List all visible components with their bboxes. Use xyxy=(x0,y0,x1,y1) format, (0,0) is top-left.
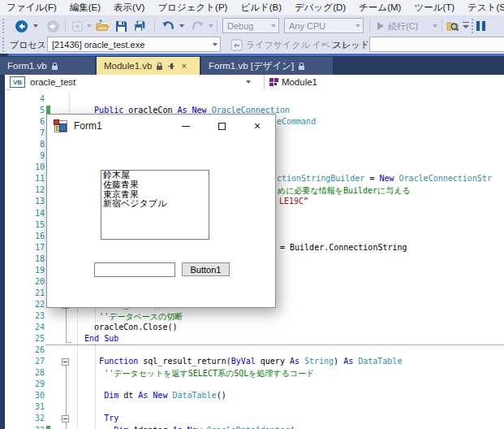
code-line-31: 31 xyxy=(11,402,504,414)
line-number: 9 xyxy=(27,151,45,160)
menu-item-3[interactable]: プロジェクト(P) xyxy=(151,0,234,15)
navigate-back-dropdown[interactable] xyxy=(32,18,40,34)
process-combo[interactable]: [21436] oracle_test.exe xyxy=(47,37,221,52)
accent-line xyxy=(8,54,504,56)
line-number: 10 xyxy=(27,162,45,171)
toolbar-grip[interactable] xyxy=(2,37,6,52)
open-file-button[interactable] xyxy=(94,18,110,34)
save-icon xyxy=(114,20,128,33)
close-button[interactable]: × xyxy=(239,115,275,137)
minimize-button[interactable] xyxy=(168,115,204,137)
code-line-30: 30 Dim dt As New DataTable() xyxy=(11,391,504,402)
thread-combo[interactable] xyxy=(369,37,504,52)
navigation-bar: VB oracle_test Module1 xyxy=(5,75,504,90)
form-icon xyxy=(54,120,67,132)
navigate-back-button[interactable] xyxy=(11,18,31,34)
new-item-dropdown[interactable] xyxy=(85,18,93,34)
code-text: ''データベースの切断 xyxy=(75,311,183,323)
line-number: 21 xyxy=(27,288,45,297)
project-dropdown-value[interactable]: oracle_test xyxy=(30,77,75,87)
navigate-back-icon xyxy=(15,20,28,33)
line-number: 14 xyxy=(27,209,45,218)
code-fragment: = Builder.ConnectionString xyxy=(280,243,407,252)
new-item-icon xyxy=(71,20,84,33)
pause-button[interactable] xyxy=(476,18,489,34)
code-line-28: 28 ''データセットを返すSELECT系のSQLを処理するコード xyxy=(11,368,504,379)
redo-dropdown[interactable] xyxy=(207,18,215,34)
code-line-23: 23 ''データベースの切断 xyxy=(11,311,504,323)
toolbar-separator xyxy=(65,20,66,32)
menu-item-8[interactable]: テスト(S) xyxy=(461,0,504,15)
toolbar-grip[interactable] xyxy=(2,19,6,33)
form1-window: Form1 × 鈴木屋佐藤青果東京青果新宿ベジタブル Button1 xyxy=(46,114,276,308)
menu-item-1[interactable]: 編集(E) xyxy=(63,0,107,15)
fold-collapse-box[interactable] xyxy=(62,358,69,366)
project-dropdown-arrow[interactable] xyxy=(246,80,251,84)
configuration-value: Debug xyxy=(223,21,268,31)
lock-icon xyxy=(52,63,58,70)
navigate-forward-button[interactable] xyxy=(43,18,62,34)
maximize-button[interactable] xyxy=(204,115,239,137)
redo-icon xyxy=(191,20,205,33)
tab-module1vb[interactable]: Module1.vb× xyxy=(97,57,200,75)
line-number: 29 xyxy=(27,379,45,388)
toolbar-overflow-icon xyxy=(463,22,470,30)
code-text: Try xyxy=(75,414,118,422)
listbox-item-1[interactable]: 佐藤青果 xyxy=(101,180,209,190)
find-in-files-button[interactable] xyxy=(445,18,461,34)
menu-item-4[interactable]: ビルド(B) xyxy=(234,0,288,15)
menu-item-2[interactable]: 表示(V) xyxy=(107,0,151,15)
menu-bar: ファイル(F)編集(E)表示(V)プロジェクト(P)ビルド(B)デバッグ(D)チ… xyxy=(0,0,504,15)
tab-form1vb[interactable]: Form1.vb [デザイン] xyxy=(201,57,333,75)
menu-item-5[interactable]: デバッグ(D) xyxy=(288,0,352,15)
form1-listbox[interactable]: 鈴木屋佐藤青果東京青果新宿ベジタブル xyxy=(101,170,209,240)
process-label: プロセス: xyxy=(10,39,49,51)
undo-button[interactable] xyxy=(159,18,177,34)
symbol-dropdown-value[interactable]: Module1 xyxy=(282,77,317,87)
line-number: 25 xyxy=(27,334,45,343)
pin-icon[interactable] xyxy=(167,63,175,70)
undo-dropdown[interactable] xyxy=(178,18,186,34)
line-number: 7 xyxy=(27,128,45,137)
line-number: 27 xyxy=(27,357,45,366)
toolbar-overflow-button[interactable] xyxy=(461,18,471,34)
form1-textbox[interactable] xyxy=(94,262,175,277)
lock-icon xyxy=(157,63,162,70)
lifecycle-events-button[interactable] xyxy=(229,37,243,53)
save-button[interactable] xyxy=(114,18,128,34)
code-fragment: eCommand xyxy=(277,117,316,126)
continue-label[interactable]: 続行(C) xyxy=(388,18,418,34)
save-all-button[interactable] xyxy=(131,18,149,34)
line-number: 11 xyxy=(27,174,45,183)
module-icon xyxy=(269,78,278,86)
code-line-24: 24 oracleCon.Close() xyxy=(11,323,504,334)
code-text: Function sql_result_return(ByVal query A… xyxy=(75,357,402,366)
menu-item-7[interactable]: ツール(T) xyxy=(407,0,461,15)
fold-collapse-box[interactable] xyxy=(62,415,69,422)
solution-platform-combo[interactable]: Any CPU xyxy=(284,18,364,33)
lifecycle-events-dropdown[interactable] xyxy=(321,43,326,46)
debug-location-bar: プロセス: [21436] oracle_test.exe ライフサイクル イベ… xyxy=(0,36,504,54)
form1-title-bar[interactable]: Form1 × xyxy=(47,115,275,137)
solution-configuration-combo[interactable]: Debug xyxy=(222,18,279,33)
tab-form1vb[interactable]: Form1.vb xyxy=(0,57,95,75)
save-all-icon xyxy=(133,20,147,33)
line-number: 30 xyxy=(27,391,45,400)
code-fragment: LE19C” xyxy=(279,197,308,206)
redo-button[interactable] xyxy=(188,18,206,34)
form1-button1[interactable]: Button1 xyxy=(182,262,230,276)
continue-dropdown[interactable] xyxy=(431,18,439,34)
menu-item-0[interactable]: ファイル(F) xyxy=(0,0,63,15)
continue-button[interactable] xyxy=(375,18,386,34)
toolbar-separator xyxy=(369,20,370,32)
close-icon: × xyxy=(254,121,261,131)
line-number: 6 xyxy=(27,117,45,126)
new-item-button[interactable] xyxy=(70,18,84,34)
tab-label: Module1.vb xyxy=(104,61,152,71)
code-line-4: 4 xyxy=(11,94,504,106)
tab-close-icon[interactable]: × xyxy=(181,62,186,70)
listbox-item-3[interactable]: 新宿ベジタブル xyxy=(101,199,209,209)
menu-item-6[interactable]: チーム(M) xyxy=(352,0,407,15)
code-line-26: 26 xyxy=(11,345,504,357)
pause-icon xyxy=(476,21,488,31)
